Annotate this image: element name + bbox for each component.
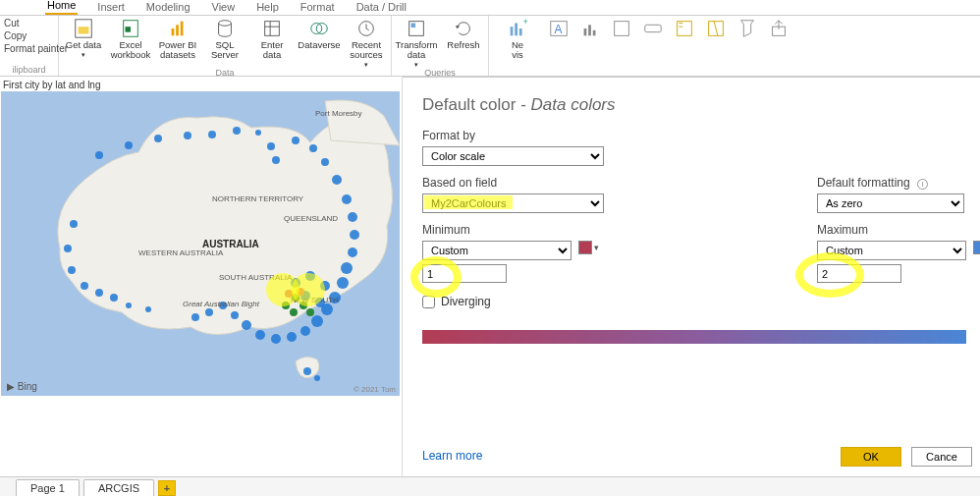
conditional-format-panel: Default color - Data colors Format by Co… — [403, 77, 980, 476]
pbi-icon — [167, 18, 189, 39]
label: SQL Server — [204, 40, 245, 60]
maximum-mode-select[interactable]: Custom — [817, 241, 966, 260]
color-swatch — [578, 241, 592, 254]
shapes-icon[interactable] — [611, 18, 632, 39]
svg-point-35 — [233, 127, 241, 135]
svg-point-59 — [205, 308, 213, 316]
visual-title: First city by lat and lng — [0, 77, 402, 90]
svg-point-30 — [95, 151, 103, 159]
svg-point-44 — [348, 212, 357, 222]
label: Enter data — [251, 40, 293, 60]
svg-point-79 — [290, 308, 298, 316]
svg-text:A: A — [554, 23, 562, 36]
more-visuals-icon[interactable] — [579, 18, 601, 39]
svg-rect-25 — [615, 22, 629, 36]
svg-point-52 — [300, 326, 310, 336]
tab-view[interactable]: View — [210, 1, 238, 15]
info-icon[interactable]: i — [917, 179, 928, 190]
minimum-mode-select[interactable]: Custom — [422, 241, 572, 260]
tab-data-drill[interactable]: Data / Drill — [354, 1, 408, 15]
svg-point-53 — [287, 332, 297, 342]
excel-button[interactable]: Excel workbook — [110, 18, 151, 60]
maximum-color-picker[interactable] — [969, 241, 980, 254]
sensitivity-icon[interactable] — [736, 18, 758, 39]
svg-rect-26 — [645, 25, 662, 31]
svg-rect-8 — [265, 22, 280, 36]
map-label-qld: QUEENSLAND — [284, 214, 338, 223]
refresh-button[interactable]: Refresh — [443, 18, 484, 50]
label: Recent sources — [346, 40, 387, 60]
maximum-value-input[interactable] — [817, 264, 901, 283]
page-tab-arcgis[interactable]: ARCGIS — [83, 479, 154, 496]
ok-button[interactable]: OK — [841, 447, 901, 467]
svg-point-64 — [81, 282, 88, 290]
sql-icon — [214, 18, 236, 39]
recent-icon — [355, 18, 377, 39]
tab-modeling[interactable]: Modeling — [144, 1, 192, 15]
svg-point-7 — [219, 21, 232, 27]
svg-point-57 — [231, 311, 239, 319]
diverging-checkbox-input[interactable] — [422, 296, 435, 308]
dataverse-button[interactable]: Dataverse — [299, 18, 340, 50]
add-page-button[interactable]: + — [158, 480, 176, 496]
svg-point-45 — [350, 230, 359, 240]
svg-rect-1 — [79, 27, 89, 33]
default-formatting-label: Default formatting i — [817, 176, 980, 190]
transform-data-button[interactable]: Transform data▾ — [396, 18, 437, 68]
tab-insert[interactable]: Insert — [95, 1, 127, 15]
color-swatch — [973, 241, 980, 254]
svg-rect-18 — [519, 28, 522, 35]
based-on-field-select[interactable]: My2CarColours — [422, 193, 604, 213]
tab-format[interactable]: Format — [299, 1, 337, 15]
highlight-annotation — [292, 273, 325, 306]
format-by-select[interactable]: Color scale — [422, 146, 604, 166]
svg-point-62 — [64, 245, 72, 252]
svg-point-31 — [125, 141, 133, 149]
cancel-button[interactable]: Cance — [911, 447, 972, 467]
tab-home[interactable]: Home — [45, 0, 78, 15]
svg-point-43 — [342, 194, 352, 204]
svg-point-46 — [348, 248, 357, 257]
svg-point-67 — [126, 303, 132, 308]
svg-point-70 — [314, 375, 320, 381]
get-data-icon — [73, 18, 94, 39]
label: Get data — [66, 40, 101, 50]
svg-rect-16 — [511, 27, 514, 35]
recent-sources-button[interactable]: Recent sources▾ — [346, 18, 387, 68]
map-label-bight: Great Australian Bight — [183, 300, 259, 308]
refresh-icon — [453, 18, 474, 39]
diverging-checkbox[interactable]: Diverging — [422, 295, 966, 308]
tab-help[interactable]: Help — [254, 1, 281, 15]
svg-rect-22 — [584, 28, 587, 35]
svg-point-36 — [255, 130, 261, 136]
transform-icon — [406, 18, 427, 39]
powerbi-datasets-button[interactable]: Power BI datasets — [157, 18, 198, 60]
based-on-field-label: Based on field — [422, 176, 817, 190]
new-visual-button[interactable]: + Ne vis — [497, 18, 538, 60]
bing-logo: ▶ Bing — [7, 381, 37, 392]
get-data-button[interactable]: Get data▾ — [63, 18, 104, 58]
svg-point-32 — [154, 135, 162, 142]
measure-icon[interactable] — [674, 18, 695, 39]
map-visual[interactable]: AUSTRALIA WESTERN AUSTRALIA NORTHERN TER… — [1, 91, 400, 396]
svg-point-65 — [95, 289, 103, 297]
text-box-icon[interactable]: A — [548, 18, 570, 39]
minimum-value-input[interactable] — [422, 264, 507, 283]
page-tab-1[interactable]: Page 1 — [16, 479, 80, 496]
svg-point-63 — [68, 266, 76, 274]
label: Transform data — [396, 40, 438, 60]
sql-server-button[interactable]: SQL Server — [204, 18, 245, 60]
quick-measure-icon[interactable] — [705, 18, 727, 39]
svg-rect-3 — [126, 27, 132, 32]
diverging-label: Diverging — [441, 295, 491, 308]
svg-point-51 — [311, 315, 323, 327]
enter-data-button[interactable]: Enter data — [251, 18, 293, 60]
buttons-icon[interactable] — [642, 18, 664, 39]
panel-title: Default color - Data colors — [422, 95, 966, 115]
publish-icon[interactable] — [768, 18, 789, 39]
minimum-color-picker[interactable]: ▾ — [574, 241, 599, 254]
svg-point-37 — [267, 142, 275, 150]
learn-more-link[interactable]: Learn more — [422, 449, 482, 463]
svg-rect-17 — [515, 24, 517, 36]
default-formatting-select[interactable]: As zero — [817, 193, 964, 213]
